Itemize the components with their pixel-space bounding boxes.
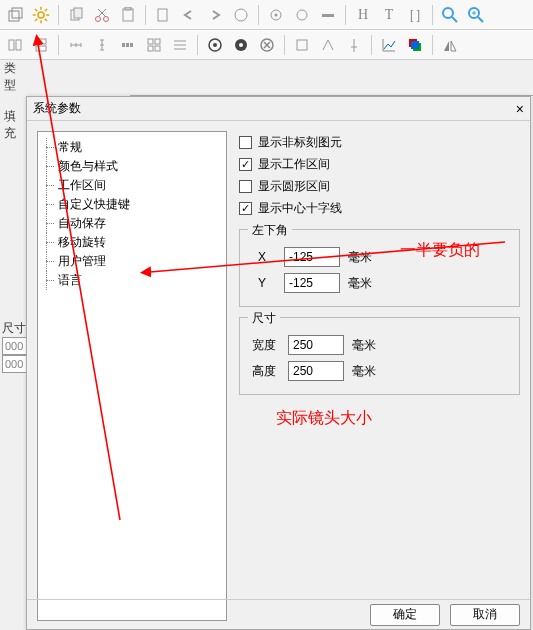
unit-x: 毫米 — [348, 249, 372, 266]
tree-node-colors[interactable]: 颜色与样式 — [38, 157, 226, 176]
disth-icon[interactable] — [65, 34, 87, 56]
svg-point-50 — [239, 43, 243, 47]
group-size-legend: 尺寸 — [248, 310, 280, 327]
svg-point-13 — [96, 16, 101, 21]
tool-icon[interactable] — [317, 4, 339, 26]
zoom-out-icon[interactable] — [439, 4, 461, 26]
input-width[interactable] — [288, 335, 344, 355]
tool3-icon[interactable] — [317, 34, 339, 56]
svg-rect-40 — [148, 39, 153, 44]
svg-line-9 — [35, 18, 37, 20]
check-cross-label: 显示中心十字线 — [258, 200, 342, 217]
stack-icon[interactable] — [169, 34, 191, 56]
check-cross[interactable] — [239, 202, 252, 215]
svg-rect-39 — [130, 43, 133, 47]
svg-point-25 — [443, 8, 453, 18]
cancel-button[interactable]: 取消 — [450, 604, 520, 626]
tree-node-autosave[interactable]: 自动保存 — [38, 214, 226, 233]
svg-rect-0 — [9, 11, 19, 21]
check-nonstd[interactable] — [239, 136, 252, 149]
group-lowerleft: 左下角 X 毫米 Y 毫米 — [239, 229, 520, 307]
tree-node-shortcuts[interactable]: 自定义快捷键 — [38, 195, 226, 214]
redo-icon[interactable] — [204, 4, 226, 26]
pin-icon[interactable] — [343, 34, 365, 56]
paste-icon[interactable] — [117, 4, 139, 26]
svg-line-10 — [45, 9, 47, 11]
circle1-icon[interactable] — [265, 4, 287, 26]
svg-rect-42 — [148, 46, 153, 51]
dialog-close-icon[interactable]: × — [516, 101, 524, 117]
circle2-icon[interactable] — [291, 4, 313, 26]
mirror-icon[interactable] — [439, 34, 461, 56]
svg-line-7 — [35, 9, 37, 11]
align1-icon[interactable] — [4, 34, 26, 56]
left-side-dims: 尺寸 — [2, 320, 28, 373]
svg-rect-54 — [297, 40, 307, 50]
check-circle[interactable] — [239, 180, 252, 193]
unit-height: 毫米 — [352, 363, 376, 380]
cut-icon[interactable] — [91, 4, 113, 26]
input-x[interactable] — [284, 247, 340, 267]
document-tabs — [130, 76, 533, 96]
distv-icon[interactable] — [91, 34, 113, 56]
label-y: Y — [248, 276, 276, 290]
chart-icon[interactable] — [378, 34, 400, 56]
dim-label: 尺寸 — [2, 320, 28, 337]
svg-point-22 — [275, 13, 278, 16]
svg-line-26 — [452, 17, 457, 22]
svg-rect-57 — [411, 41, 419, 49]
check-workarea-label: 显示工作区间 — [258, 156, 330, 173]
svg-point-48 — [213, 43, 217, 47]
undo-icon[interactable] — [178, 4, 200, 26]
main-toolbar-1: H T [ ] — [0, 0, 533, 30]
tool2-icon[interactable] — [291, 34, 313, 56]
tree-node-moverot[interactable]: 移动旋转 — [38, 233, 226, 252]
input-y[interactable] — [284, 273, 340, 293]
tree-node-language[interactable]: 语言 — [38, 271, 226, 290]
group-lowerleft-legend: 左下角 — [248, 222, 292, 239]
fill-label: 填充 — [4, 108, 26, 142]
gear-icon[interactable] — [30, 4, 52, 26]
text-h-icon[interactable]: H — [352, 4, 374, 26]
type-label: 类型 — [4, 60, 26, 94]
restore-icon[interactable] — [4, 4, 26, 26]
tree-node-general[interactable]: 常规 — [38, 138, 226, 157]
system-params-dialog: 系统参数 × 常规 颜色与样式 工作区间 自定义快捷键 自动保存 移动旋转 用户… — [26, 96, 531, 630]
dist3-icon[interactable] — [117, 34, 139, 56]
settings-tree: 常规 颜色与样式 工作区间 自定义快捷键 自动保存 移动旋转 用户管理 语言 — [37, 131, 227, 621]
label-height: 高度 — [248, 363, 280, 380]
left-side-panel: 类型 填充 — [0, 60, 26, 142]
svg-point-2 — [38, 12, 44, 18]
cancel-icon[interactable] — [256, 34, 278, 56]
new-icon[interactable] — [152, 4, 174, 26]
align2-icon[interactable] — [30, 34, 52, 56]
layers-icon[interactable] — [404, 34, 426, 56]
check-workarea[interactable] — [239, 158, 252, 171]
zoom-in-icon[interactable] — [465, 4, 487, 26]
help-icon[interactable] — [230, 4, 252, 26]
svg-rect-1 — [12, 8, 22, 18]
svg-rect-43 — [155, 46, 160, 51]
svg-rect-38 — [126, 43, 129, 47]
text-t-icon[interactable]: T — [378, 4, 400, 26]
svg-rect-31 — [9, 40, 14, 50]
input-height[interactable] — [288, 361, 344, 381]
tree-node-workarea[interactable]: 工作区间 — [38, 176, 226, 195]
svg-rect-18 — [125, 7, 131, 10]
target1-icon[interactable] — [204, 34, 226, 56]
label-x: X — [248, 250, 276, 264]
settings-rightpane: 显示非标刻图元 显示工作区间 显示圆形区间 显示中心十字线 左下角 X 毫米 — [239, 131, 520, 395]
dialog-title-text: 系统参数 — [33, 100, 81, 117]
svg-rect-19 — [158, 9, 167, 21]
dialog-titlebar: 系统参数 × — [27, 97, 530, 121]
svg-rect-24 — [322, 14, 334, 17]
target2-icon[interactable] — [230, 34, 252, 56]
copy-icon[interactable] — [65, 4, 87, 26]
svg-point-20 — [235, 9, 247, 21]
ok-button[interactable]: 确定 — [370, 604, 440, 626]
svg-rect-37 — [122, 43, 125, 47]
tree-node-users[interactable]: 用户管理 — [38, 252, 226, 271]
grid-icon[interactable] — [143, 34, 165, 56]
brackets-icon[interactable]: [ ] — [404, 4, 426, 26]
group-size: 尺寸 宽度 毫米 高度 毫米 — [239, 317, 520, 395]
